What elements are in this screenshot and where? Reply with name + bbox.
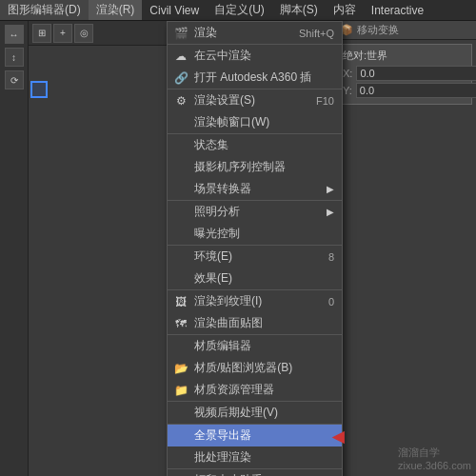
menu-scene-converter[interactable]: 场景转换器 ▶ [168, 178, 342, 201]
menu-video-post[interactable]: 视频后期处理(V) [168, 402, 342, 425]
menu-item-civil-view[interactable]: Civil View [142, 2, 207, 19]
watermark-text: 溜溜自学 [398, 446, 440, 458]
menu-material-editor[interactable]: 材质编辑器 [168, 335, 342, 357]
left-sidebar: ↔ ↕ ⟳ [0, 21, 29, 476]
right-panel-header: 📦 移动变换 [334, 21, 476, 40]
arrow-indicator: ◀ [332, 426, 344, 445]
coord-input-y[interactable] [356, 83, 476, 98]
toolbar-btn-1[interactable]: ⊞ [32, 24, 51, 43]
sidebar-tool-3[interactable]: ⟳ [5, 70, 24, 89]
coord-input-x[interactable] [356, 66, 476, 81]
menu-cloud-render[interactable]: ☁ 在云中渲染 [168, 45, 342, 67]
right-panel: 📦 移动变换 绝对:世界 X: Y: [333, 21, 476, 476]
coord-row-y: Y: [343, 83, 467, 98]
menu-render-to-texture[interactable]: 🖼 渲染到纹理(I) 0 [168, 290, 342, 312]
menu-camera-sequencer[interactable]: 摄影机序列控制器 [168, 156, 342, 178]
link-icon: 🔗 [173, 70, 188, 86]
menu-print-size[interactable]: 打印大小助手 [168, 468, 342, 476]
menu-state-sets[interactable]: 状态集 [168, 134, 342, 156]
move-box: 绝对:世界 X: Y: [338, 44, 472, 105]
menu-item-render[interactable]: 渲染(R) [89, 0, 143, 20]
coord-label-x: X: [343, 68, 352, 79]
settings-icon: ⚙ [173, 93, 188, 109]
menu-render-settings[interactable]: ⚙ 渲染设置(S) F10 [168, 89, 342, 111]
render-dropdown-menu: 🎬 渲染 Shift+Q ☁ 在云中渲染 🔗 打开 Autodesk A360 … [167, 21, 343, 476]
menu-effects[interactable]: 效果(E) [168, 268, 342, 290]
watermark-url: zixue.3d66.com [398, 460, 471, 471]
menu-material-explorer[interactable]: 📁 材质资源管理器 [168, 379, 342, 402]
browser-icon: 📂 [173, 361, 188, 376]
menu-open-autodesk[interactable]: 🔗 打开 Autodesk A360 插 [168, 67, 342, 89]
menu-item-content[interactable]: 内容 [326, 0, 364, 20]
menu-material-map-browser[interactable]: 📂 材质/贴图浏览器(B) [168, 357, 342, 379]
menu-item-script[interactable]: 脚本(S) [272, 0, 326, 20]
selection-rect [30, 81, 48, 98]
sidebar-tool-2[interactable]: ↕ [5, 48, 24, 67]
menu-render-window[interactable]: 渲染帧窗口(W) [168, 111, 342, 134]
menu-render[interactable]: 🎬 渲染 Shift+Q [168, 22, 342, 45]
menu-lighting-analysis[interactable]: 照明分析 ▶ [168, 201, 342, 223]
cloud-icon: ☁ [173, 49, 188, 64]
map-icon: 🗺 [173, 316, 188, 331]
move-box-subtitle: 绝对:世界 [343, 49, 467, 63]
menu-render-surface-map[interactable]: 🗺 渲染曲面贴图 [168, 312, 342, 335]
watermark: 溜溜自学 zixue.3d66.com [398, 446, 471, 471]
coord-row-x: X: [343, 66, 467, 81]
sidebar-tool-1[interactable]: ↔ [5, 25, 24, 44]
right-panel-title: 移动变换 [357, 23, 399, 37]
menu-item-graphics-editor[interactable]: 图形编辑器(D) [0, 0, 89, 20]
menu-panorama-exporter[interactable]: 全景导出器 ◀ [168, 425, 342, 446]
render-icon: 🎬 [173, 26, 188, 41]
coord-label-y: Y: [343, 85, 352, 96]
menu-item-customize[interactable]: 自定义(U) [207, 0, 272, 20]
menu-item-interactive[interactable]: Interactive [364, 2, 431, 19]
menu-exposure-control[interactable]: 曝光控制 [168, 223, 342, 246]
explorer-icon: 📁 [173, 383, 188, 398]
menu-bar: 图形编辑器(D) 渲染(R) Civil View 自定义(U) 脚本(S) 内… [0, 0, 476, 21]
toolbar-btn-3[interactable]: ◎ [74, 24, 93, 43]
menu-batch-render[interactable]: 批处理渲染 [168, 446, 342, 468]
toolbar-btn-2[interactable]: + [53, 24, 72, 43]
texture-icon: 🖼 [173, 294, 188, 309]
menu-environment[interactable]: 环境(E) 8 [168, 246, 342, 268]
